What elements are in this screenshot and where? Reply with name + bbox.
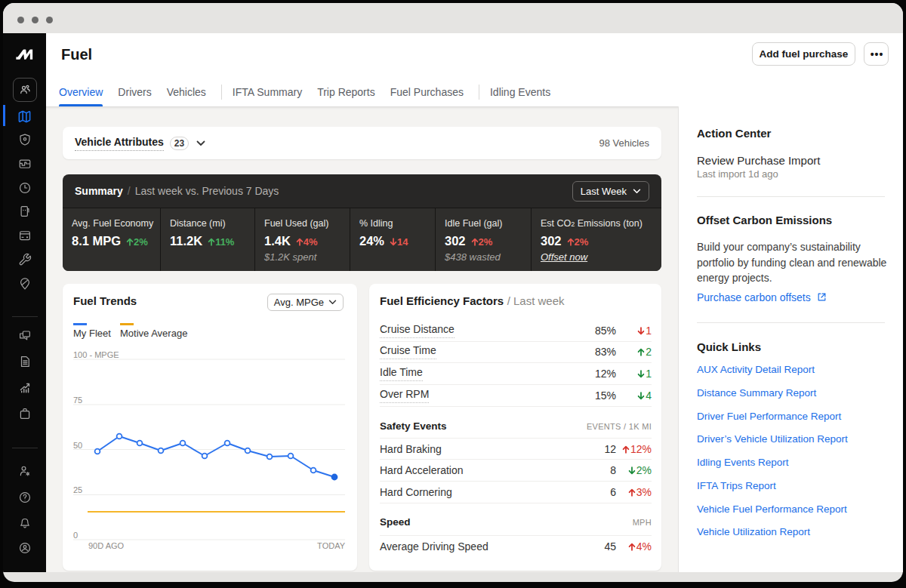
svg-text:75: 75 xyxy=(73,396,82,405)
svg-text:50: 50 xyxy=(73,441,82,450)
svg-text:25: 25 xyxy=(73,485,82,494)
svg-text:0: 0 xyxy=(73,531,78,540)
svg-text:TODAY: TODAY xyxy=(317,541,346,550)
svg-text:90D AGO: 90D AGO xyxy=(88,541,125,550)
svg-text:100 - MPGE: 100 - MPGE xyxy=(73,350,119,359)
